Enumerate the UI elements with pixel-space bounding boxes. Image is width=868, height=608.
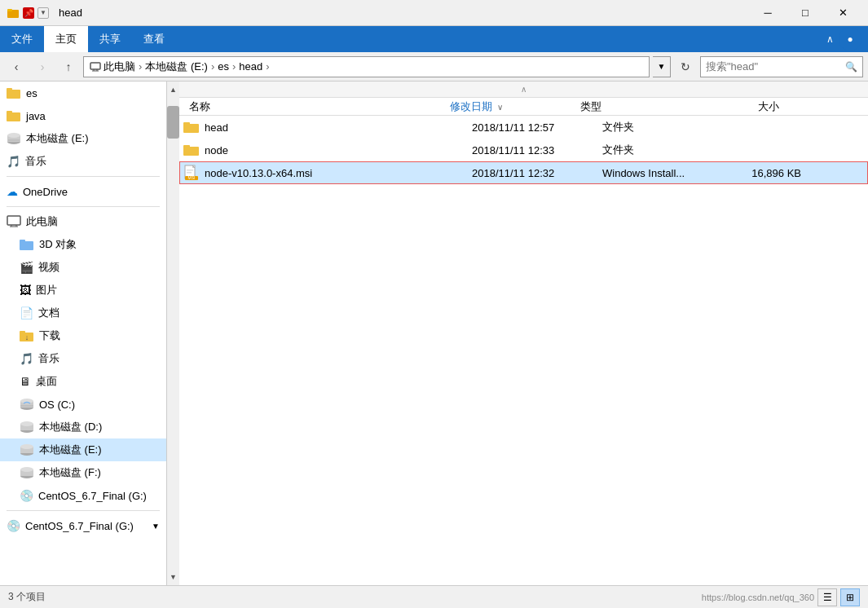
sidebar-item-locale[interactable]: 本地磁盘 (E:): [0, 438, 166, 461]
svg-point-32: [20, 444, 33, 449]
sidebar-item-es[interactable]: es: [0, 82, 166, 104]
ribbon-tab-home[interactable]: 主页: [44, 26, 88, 52]
sidebar-item-documents[interactable]: 📄 文档: [0, 302, 166, 324]
search-box[interactable]: 🔍: [700, 56, 863, 77]
pin-icon: 📌: [23, 7, 34, 19]
detail-view-button[interactable]: ⊞: [840, 588, 860, 606]
sidebar-label-centos2: CentOS_6.7_Final (G:): [25, 520, 134, 532]
list-view-button[interactable]: ☰: [817, 588, 837, 606]
main-area: es java 本地磁盘 (E:) 🎵 音乐: [0, 82, 868, 585]
drive-e-icon: [20, 443, 34, 456]
col-header-name[interactable]: 名称: [183, 99, 443, 114]
sidebar-item-onedrive[interactable]: ☁ OneDrive: [0, 180, 166, 203]
drive-d-icon: [20, 421, 34, 434]
file-name: node: [205, 144, 465, 156]
scroll-down-btn[interactable]: ▼: [167, 569, 179, 585]
folder-icon: [7, 86, 21, 99]
sidebar-item-java[interactable]: java: [0, 104, 166, 127]
pc-icon: [7, 215, 21, 228]
close-button[interactable]: ✕: [824, 0, 861, 26]
address-bar[interactable]: 此电脑 › 本地磁盘 (E:) › es › head ›: [83, 56, 650, 77]
drive-f-icon: [20, 466, 34, 479]
sidebar-label-3d: 3D 对象: [39, 237, 77, 252]
address-path-2: 本地磁盘 (E:): [145, 59, 208, 74]
maximize-button[interactable]: □: [786, 0, 824, 26]
sidebar-label-downloads: 下载: [39, 328, 60, 343]
sidebar-item-desktop[interactable]: 🖥 桌面: [0, 370, 166, 393]
sidebar-scrollbar[interactable]: ▲ ▼: [166, 82, 179, 585]
sidebar-item-3dobject[interactable]: 3D 对象: [0, 233, 166, 256]
item-count: 3 个项目: [8, 590, 46, 604]
table-row[interactable]: MSI node-v10.13.0-x64.msi 2018/11/11 12:…: [179, 161, 868, 184]
ribbon-tab-file[interactable]: 文件: [0, 26, 44, 52]
sidebar-item-downloads[interactable]: ↓ 下载: [0, 324, 166, 347]
file-type: 文件夹: [596, 120, 726, 134]
sidebar-label-pictures: 图片: [36, 283, 57, 297]
forward-button[interactable]: ›: [31, 55, 54, 78]
sort-down-icon: ∨: [497, 103, 503, 112]
svg-rect-44: [187, 172, 192, 174]
svg-rect-39: [183, 145, 190, 148]
file-list: head 2018/11/11 12:57 文件夹 node 2018/11/1…: [179, 116, 868, 585]
sidebar-item-local-e[interactable]: 本地磁盘 (E:): [0, 127, 166, 150]
table-row[interactable]: node 2018/11/11 12:33 文件夹: [179, 139, 868, 161]
sidebar-label-osc: OS (C:): [39, 399, 75, 411]
sidebar-item-localf[interactable]: 本地磁盘 (F:): [0, 461, 166, 484]
up-button[interactable]: ↑: [57, 55, 80, 78]
documents-icon: 📄: [20, 306, 33, 319]
sidebar-item-osc[interactable]: OS (C:): [0, 393, 166, 416]
desktop-icon: 🖥: [20, 375, 31, 388]
window-title: head: [59, 7, 82, 19]
refresh-button[interactable]: ↻: [674, 55, 697, 78]
video-icon: 🎬: [20, 261, 33, 274]
sidebar-item-music-2[interactable]: 🎵 音乐: [0, 347, 166, 370]
ribbon: 文件 主页 共享 查看 ∧ ●: [0, 26, 868, 52]
file-area: ∧ 名称 修改日期 ∨ 类型 大小: [179, 82, 868, 585]
sidebar-label-localf: 本地磁盘 (F:): [39, 465, 101, 480]
scroll-up-btn[interactable]: ▲: [167, 82, 179, 98]
file-name: head: [205, 121, 465, 134]
sidebar-label-music1: 音乐: [25, 154, 46, 169]
col-header-date[interactable]: 修改日期 ∨: [443, 99, 574, 114]
title-bar-icons: 📌 ▼: [7, 7, 49, 20]
file-type: 文件夹: [596, 143, 726, 157]
ribbon-tab-share[interactable]: 共享: [88, 26, 132, 52]
svg-rect-2: [90, 63, 100, 69]
col-header-size[interactable]: 大小: [704, 99, 786, 114]
sidebar-item-thispc[interactable]: 此电脑: [0, 210, 166, 233]
svg-rect-1: [7, 9, 12, 11]
ribbon-toggle-button[interactable]: ∧: [822, 32, 839, 46]
svg-text:↓: ↓: [25, 333, 29, 341]
sidebar-label-java: java: [26, 110, 46, 122]
sidebar-item-centos1[interactable]: 💿 CentOS_6.7_Final (G:): [0, 484, 166, 507]
folder-icon: [183, 119, 200, 135]
customize-icon[interactable]: ▼: [37, 7, 49, 19]
drive-c-icon: [20, 398, 34, 411]
sidebar-label-onedrive: OneDrive: [23, 186, 68, 198]
address-path-1: 此电脑: [104, 59, 135, 74]
search-input[interactable]: [706, 60, 845, 73]
sidebar-label-desktop: 桌面: [36, 374, 57, 389]
optical-icon: 💿: [20, 489, 33, 502]
table-row[interactable]: head 2018/11/11 12:57 文件夹: [179, 116, 868, 139]
title-bar: 📌 ▼ head ─ □ ✕: [0, 0, 868, 26]
sidebar-item-music-1[interactable]: 🎵 音乐: [0, 150, 166, 173]
sidebar-item-centos2[interactable]: 💿 CentOS_6.7_Final (G:) ▼: [0, 514, 166, 537]
sidebar-separator-3: [7, 510, 160, 511]
file-size: 16,896 KB: [726, 167, 808, 179]
sidebar-item-pictures[interactable]: 🖼 图片: [0, 279, 166, 302]
sidebar-label-local-e: 本地磁盘 (E:): [26, 131, 89, 146]
minimize-button[interactable]: ─: [749, 0, 786, 26]
file-name: node-v10.13.0-x64.msi: [205, 167, 465, 179]
scroll-thumb[interactable]: [167, 106, 179, 139]
folder-icon: [183, 142, 200, 158]
back-button[interactable]: ‹: [5, 55, 28, 78]
sidebar-item-locald[interactable]: 本地磁盘 (D:): [0, 416, 166, 438]
sidebar-item-video[interactable]: 🎬 视频: [0, 256, 166, 279]
onedrive-icon: ☁: [7, 185, 18, 198]
folder-icon: [7, 109, 21, 122]
ribbon-tab-view[interactable]: 查看: [132, 26, 176, 52]
file-date: 2018/11/11 12:57: [465, 121, 596, 134]
col-header-type[interactable]: 类型: [574, 99, 704, 114]
address-dropdown-button[interactable]: ▼: [653, 56, 671, 77]
